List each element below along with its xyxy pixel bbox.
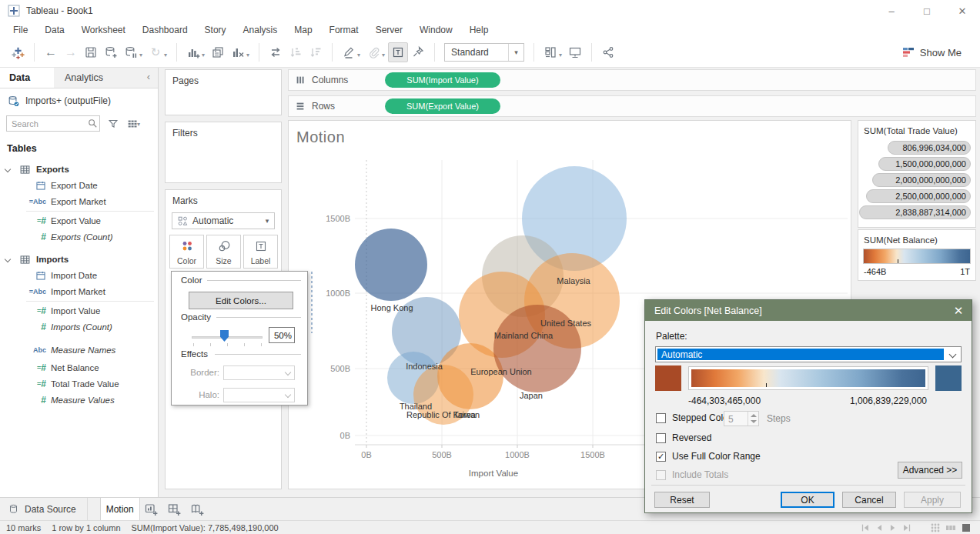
redo-icon[interactable]: → (61, 42, 81, 62)
stepped-color-checkbox[interactable] (656, 413, 666, 423)
new-worksheet-icon[interactable] (183, 42, 203, 62)
fit-selector[interactable]: Standard ▾ (444, 43, 524, 62)
full-color-range-checkbox[interactable]: ✓ (656, 452, 666, 462)
data-source-connection[interactable]: Imports+ (outputFile) (0, 92, 158, 109)
nav-first-icon[interactable] (860, 522, 871, 533)
size-button[interactable]: Size (206, 235, 241, 269)
chevron-down-icon[interactable] (5, 166, 11, 172)
halo-dropdown[interactable] (223, 388, 295, 402)
menu-map[interactable]: Map (286, 25, 320, 35)
field-export-market[interactable]: =AbcExport Market (0, 194, 159, 209)
search-input[interactable] (6, 115, 100, 132)
edit-colors-button[interactable]: Edit Colors... (189, 292, 293, 309)
apply-button[interactable]: Apply (904, 492, 961, 508)
dialog-titlebar[interactable]: Edit Colors [Net Balance] (645, 300, 972, 321)
view-sheet-icon[interactable] (960, 522, 972, 534)
size-legend[interactable]: SUM(Total Trade Value) 806,996,034,0001,… (858, 120, 976, 228)
cancel-button[interactable]: Cancel (842, 492, 896, 508)
palette-dropdown[interactable]: Automatic (655, 346, 962, 362)
opacity-slider-handle[interactable] (220, 330, 229, 342)
nav-next-icon[interactable] (888, 522, 898, 533)
undo-icon[interactable]: ← (41, 42, 61, 62)
steps-spinner[interactable]: 5 (724, 411, 759, 426)
size-legend-item[interactable]: 2,000,000,000,000 (872, 173, 971, 187)
save-icon[interactable] (81, 42, 101, 62)
show-me-button[interactable]: Show Me (902, 46, 972, 58)
dialog-close-icon[interactable]: ✕ (945, 300, 972, 321)
menu-story[interactable]: Story (196, 25, 235, 35)
field-import-value[interactable]: =#Import Value (0, 303, 159, 319)
data-source-tab[interactable]: Data Source (0, 498, 88, 520)
view-tabs-icon[interactable] (929, 522, 942, 534)
size-legend-item[interactable]: 806,996,034,000 (888, 141, 971, 155)
field-measure-values[interactable]: #Measure Values (0, 392, 159, 408)
field-import-date[interactable]: Import Date (0, 268, 159, 283)
fix-axes-icon[interactable] (408, 42, 428, 62)
close-button[interactable]: ✕ (945, 0, 980, 22)
reset-button[interactable]: Reset (654, 492, 710, 508)
field-total-trade-value[interactable]: =#Total Trade Value (0, 376, 159, 392)
menu-window[interactable]: Window (411, 25, 461, 35)
show-hide-cards-icon[interactable] (540, 42, 560, 62)
maximize-button[interactable]: □ (909, 0, 945, 22)
chevron-down-icon[interactable] (5, 256, 11, 262)
field-exports-count-[interactable]: #Exports (Count) (0, 229, 159, 245)
field-export-date[interactable]: Export Date (0, 178, 159, 193)
field-measure-names[interactable]: AbcMeasure Names (0, 342, 159, 358)
include-totals-checkbox[interactable] (656, 470, 666, 480)
menu-file[interactable]: File (5, 25, 36, 35)
tab-data[interactable]: Data (0, 68, 54, 88)
show-mark-labels-icon[interactable] (388, 42, 408, 62)
chevron-down-icon[interactable]: ▾ (137, 121, 140, 128)
filters-shelf[interactable]: Filters (165, 122, 282, 183)
field-exports[interactable]: Exports (0, 162, 159, 177)
new-worksheet-tab-icon[interactable] (140, 498, 163, 520)
color-button[interactable]: Color (169, 235, 204, 269)
share-icon[interactable] (598, 42, 618, 62)
start-color-swatch[interactable] (655, 365, 681, 391)
field-imports-count-[interactable]: #Imports (Count) (0, 319, 159, 335)
bubble-mark[interactable] (355, 229, 427, 301)
menu-dashboard[interactable]: Dashboard (134, 25, 196, 35)
spin-up-icon[interactable] (751, 414, 757, 417)
collapse-pane-icon[interactable]: ‹ (147, 68, 158, 88)
view-filmstrip-icon[interactable] (945, 522, 957, 534)
presentation-mode-icon[interactable] (565, 42, 585, 62)
minimize-button[interactable]: – (874, 0, 909, 22)
tab-analytics[interactable]: Analytics (54, 68, 131, 88)
duplicate-icon[interactable] (208, 42, 228, 62)
advanced-button[interactable]: Advanced >> (898, 462, 962, 479)
new-story-tab-icon[interactable] (186, 498, 209, 520)
menu-server[interactable]: Server (367, 25, 411, 35)
sort-ascending-icon[interactable] (286, 42, 306, 62)
field-net-balance[interactable]: =#Net Balance (0, 360, 159, 375)
filter-fields-icon[interactable] (107, 118, 119, 130)
nav-last-icon[interactable] (901, 522, 912, 533)
menu-help[interactable]: Help (461, 25, 497, 35)
sheet-tab-motion[interactable]: Motion (100, 498, 140, 520)
highlight-icon[interactable] (339, 42, 359, 62)
group-members-icon[interactable] (363, 42, 383, 62)
pages-shelf[interactable]: Pages (165, 69, 282, 115)
menu-worksheet[interactable]: Worksheet (73, 25, 134, 35)
border-dropdown[interactable] (223, 365, 295, 380)
rows-pill[interactable]: SUM(Export Value) (385, 98, 500, 114)
sort-descending-icon[interactable] (306, 42, 326, 62)
pause-updates-icon[interactable] (121, 42, 141, 62)
size-legend-item[interactable]: 2,500,000,000,000 (866, 189, 971, 203)
end-color-swatch[interactable] (935, 365, 962, 391)
columns-shelf[interactable]: Columns SUM(Import Value) (288, 69, 976, 91)
opacity-value-box[interactable]: 50% (269, 327, 295, 343)
tableau-logo-icon[interactable] (8, 42, 28, 62)
color-legend[interactable]: SUM(Net Balance) -464B 1T (858, 229, 976, 281)
mark-type-dropdown[interactable]: Automatic ▾ (172, 212, 275, 229)
field-import-market[interactable]: =AbcImport Market (0, 284, 159, 299)
menu-data[interactable]: Data (36, 25, 72, 35)
ok-button[interactable]: OK (781, 492, 835, 508)
field-imports[interactable]: Imports (0, 252, 159, 267)
refresh-icon[interactable]: ↻ (145, 42, 166, 62)
new-dashboard-tab-icon[interactable] (163, 498, 186, 520)
size-legend-item[interactable]: 2,838,887,314,000 (859, 205, 971, 219)
reversed-checkbox[interactable] (656, 433, 666, 443)
label-button[interactable]: Label (243, 235, 278, 269)
